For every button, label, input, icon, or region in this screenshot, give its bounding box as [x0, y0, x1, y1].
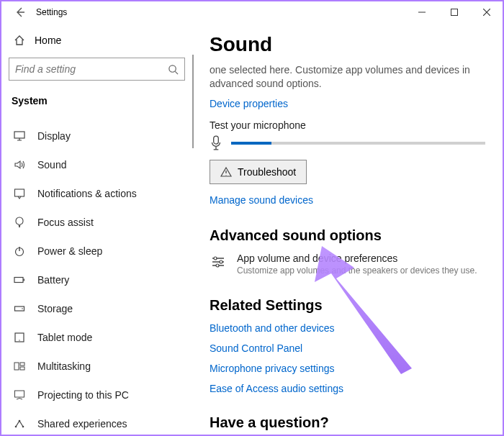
close-icon [483, 9, 490, 16]
title-bar: Settings [1, 1, 503, 23]
sidebar-home-label: Home [35, 35, 61, 46]
power-icon [12, 245, 27, 257]
back-arrow-icon [14, 6, 26, 18]
sidebar-item-storage[interactable]: Storage [9, 294, 185, 323]
page-description: one selected here. Customize app volumes… [210, 63, 485, 91]
search-input[interactable] [15, 63, 168, 75]
svg-rect-13 [20, 367, 24, 370]
adv-item-subtitle: Customize app volumes and the speakers o… [237, 265, 477, 276]
focus-assist-icon [12, 217, 27, 228]
sidebar-item-focus-assist[interactable]: Focus assist [9, 208, 185, 237]
page-title: Sound [210, 33, 485, 56]
svg-rect-6 [24, 279, 25, 281]
window-title: Settings [36, 7, 67, 17]
svg-point-8 [22, 308, 23, 309]
projecting-icon [12, 389, 27, 401]
sidebar-item-label: Power & sleep [37, 245, 102, 257]
mic-level-row [210, 135, 485, 151]
svg-point-19 [214, 257, 217, 260]
test-mic-label: Test your microphone [210, 119, 485, 131]
tablet-icon [12, 332, 27, 343]
sidebar-item-label: Shared experiences [37, 418, 127, 430]
troubleshoot-button[interactable]: Troubleshoot [210, 160, 307, 184]
svg-rect-3 [15, 189, 24, 196]
manage-sound-devices-link[interactable]: Manage sound devices [210, 194, 313, 206]
svg-rect-11 [14, 363, 19, 370]
svg-point-20 [220, 260, 222, 263]
sound-icon [12, 159, 27, 171]
sidebar-item-power-sleep[interactable]: Power & sleep [9, 237, 185, 265]
microphone-icon [210, 135, 222, 151]
sidebar-item-projecting[interactable]: Projecting to this PC [9, 381, 185, 409]
svg-point-1 [169, 65, 176, 71]
sidebar-item-label: Multitasking [37, 360, 91, 372]
sidebar-item-label: Display [37, 130, 71, 142]
sidebar: Home System Display Sound Notifications … [1, 23, 192, 435]
maximize-button[interactable] [438, 1, 470, 23]
sidebar-item-multitasking[interactable]: Multitasking [9, 352, 185, 381]
related-heading: Related Settings [210, 297, 485, 314]
sidebar-category: System [9, 91, 185, 116]
related-link-microphone-privacy[interactable]: Microphone privacy settings [210, 363, 485, 374]
svg-rect-2 [14, 132, 24, 138]
sidebar-item-label: Storage [37, 303, 73, 314]
battery-icon [12, 274, 27, 286]
search-box[interactable] [9, 58, 185, 81]
related-link-bluetooth[interactable]: Bluetooth and other devices [210, 322, 485, 334]
maximize-icon [451, 9, 458, 16]
sidebar-item-label: Notifications & actions [37, 188, 137, 199]
minimize-icon [418, 9, 426, 16]
sidebar-item-notifications[interactable]: Notifications & actions [9, 179, 185, 208]
troubleshoot-label: Troubleshoot [238, 166, 296, 178]
sidebar-item-display[interactable]: Display [9, 122, 185, 150]
warning-icon [220, 166, 232, 178]
svg-rect-0 [451, 9, 457, 16]
advanced-heading: Advanced sound options [210, 227, 485, 244]
related-link-ease-of-access[interactable]: Ease of Access audio settings [210, 383, 485, 394]
svg-point-17 [19, 420, 21, 422]
sidebar-item-label: Projecting to this PC [37, 389, 129, 401]
adv-item-title: App volume and device preferences [237, 253, 477, 264]
svg-rect-14 [15, 391, 24, 397]
sidebar-nav-list: Display Sound Notifications & actions Fo… [9, 122, 185, 435]
svg-rect-5 [14, 278, 23, 283]
related-link-sound-control-panel[interactable]: Sound Control Panel [210, 342, 485, 354]
close-button[interactable] [470, 1, 503, 23]
app-volume-preferences[interactable]: App volume and device preferences Custom… [210, 253, 485, 276]
display-icon [12, 130, 27, 142]
sidebar-item-label: Sound [37, 159, 66, 171]
sidebar-home[interactable]: Home [9, 30, 185, 50]
sidebar-item-label: Tablet mode [37, 332, 92, 343]
shared-icon [12, 418, 27, 430]
notifications-icon [12, 188, 27, 199]
main-panel: Sound one selected here. Customize app v… [192, 23, 503, 435]
sidebar-item-sound[interactable]: Sound [9, 150, 185, 179]
sidebar-item-label: Focus assist [37, 217, 94, 228]
multitasking-icon [12, 360, 27, 372]
back-button[interactable] [4, 1, 36, 23]
svg-rect-12 [20, 363, 24, 365]
search-icon [168, 64, 179, 75]
mic-level-bar [231, 142, 485, 145]
storage-icon [12, 303, 27, 314]
home-icon [12, 35, 27, 46]
svg-point-21 [216, 264, 219, 267]
sidebar-item-battery[interactable]: Battery [9, 265, 185, 294]
sidebar-item-label: Battery [37, 274, 69, 286]
svg-point-10 [19, 340, 19, 340]
sidebar-item-tablet-mode[interactable]: Tablet mode [9, 323, 185, 352]
sidebar-item-shared-experiences[interactable]: Shared experiences [9, 409, 185, 435]
svg-rect-18 [214, 136, 219, 144]
svg-point-16 [22, 426, 24, 428]
minimize-button[interactable] [405, 1, 438, 23]
svg-point-15 [15, 426, 17, 428]
sliders-icon [210, 254, 227, 270]
question-heading: Have a question? [210, 414, 485, 431]
device-properties-link[interactable]: Device properties [210, 98, 288, 109]
